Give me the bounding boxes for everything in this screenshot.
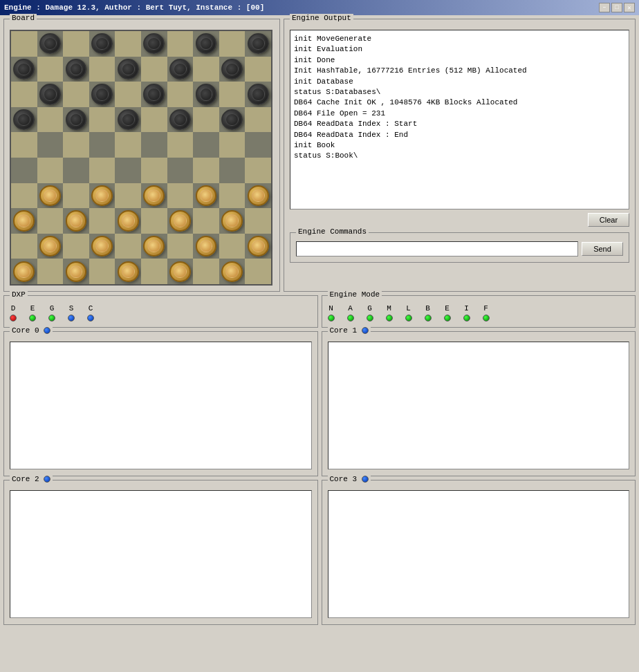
- board-cell-r1-c3[interactable]: [89, 57, 115, 82]
- board-cell-r9-c3[interactable]: [89, 259, 115, 284]
- board-cell-r3-c3[interactable]: [89, 107, 115, 133]
- board-cell-r7-c7[interactable]: [193, 208, 219, 234]
- board-cell-r1-c1[interactable]: [37, 57, 64, 82]
- send-button[interactable]: Send: [582, 242, 623, 256]
- board-cell-r5-c3[interactable]: [89, 158, 115, 183]
- board-cell-r3-c6[interactable]: [167, 107, 194, 133]
- board-cell-r0-c7[interactable]: [193, 31, 219, 57]
- board-cell-r4-c8[interactable]: [219, 132, 246, 158]
- board-cell-r1-c4[interactable]: [115, 57, 141, 82]
- board-cell-r4-c1[interactable]: [37, 132, 64, 158]
- board-cell-r5-c1[interactable]: [37, 158, 64, 183]
- board-cell-r0-c0[interactable]: [11, 31, 37, 57]
- board-cell-r3-c4[interactable]: [115, 107, 141, 133]
- board-cell-r2-c5[interactable]: [141, 82, 167, 107]
- board-cell-r7-c6[interactable]: [167, 208, 194, 234]
- board-cell-r1-c0[interactable]: [11, 57, 37, 82]
- board-cell-r6-c3[interactable]: [89, 183, 115, 209]
- board-cell-r4-c0[interactable]: [11, 132, 37, 158]
- board-cell-r5-c8[interactable]: [219, 158, 246, 183]
- board-cell-r7-c2[interactable]: [63, 208, 89, 234]
- board-cell-r0-c1[interactable]: [37, 31, 64, 57]
- board-cell-r5-c7[interactable]: [193, 158, 219, 183]
- board-cell-r4-c7[interactable]: [193, 132, 219, 158]
- board-cell-r3-c8[interactable]: [219, 107, 246, 133]
- board-cell-r6-c5[interactable]: [141, 183, 167, 209]
- board-cell-r1-c5[interactable]: [141, 57, 167, 82]
- board-cell-r3-c9[interactable]: [245, 107, 271, 133]
- board-cell-r6-c9[interactable]: [245, 183, 271, 209]
- board-cell-r2-c7[interactable]: [193, 82, 219, 107]
- board-cell-r3-c7[interactable]: [193, 107, 219, 133]
- board-cell-r6-c2[interactable]: [63, 183, 89, 209]
- board-cell-r8-c8[interactable]: [219, 234, 246, 259]
- command-input[interactable]: [296, 241, 578, 256]
- board-cell-r0-c6[interactable]: [167, 31, 194, 57]
- board-cell-r4-c2[interactable]: [63, 132, 89, 158]
- board-cell-r9-c6[interactable]: [167, 259, 194, 284]
- minimize-button[interactable]: –: [599, 3, 610, 12]
- board-cell-r2-c9[interactable]: [245, 82, 271, 107]
- board-cell-r2-c6[interactable]: [167, 82, 194, 107]
- board-cell-r2-c1[interactable]: [37, 82, 64, 107]
- board-cell-r8-c0[interactable]: [11, 234, 37, 259]
- board-cell-r8-c2[interactable]: [63, 234, 89, 259]
- board-cell-r6-c6[interactable]: [167, 183, 194, 209]
- board-cell-r9-c2[interactable]: [63, 259, 89, 284]
- board-cell-r5-c6[interactable]: [167, 158, 194, 183]
- maximize-button[interactable]: □: [611, 3, 622, 12]
- board-cell-r0-c4[interactable]: [115, 31, 141, 57]
- board-cell-r6-c4[interactable]: [115, 183, 141, 209]
- board-cell-r3-c0[interactable]: [11, 107, 37, 133]
- board-cell-r5-c5[interactable]: [141, 158, 167, 183]
- board-cell-r7-c5[interactable]: [141, 208, 167, 234]
- board-cell-r2-c8[interactable]: [219, 82, 246, 107]
- board-cell-r7-c1[interactable]: [37, 208, 64, 234]
- board-cell-r8-c9[interactable]: [245, 234, 271, 259]
- board-cell-r8-c6[interactable]: [167, 234, 194, 259]
- board-cell-r8-c4[interactable]: [115, 234, 141, 259]
- board-cell-r1-c2[interactable]: [63, 57, 89, 82]
- board-cell-r8-c1[interactable]: [37, 234, 64, 259]
- board-cell-r9-c4[interactable]: [115, 259, 141, 284]
- board-cell-r3-c1[interactable]: [37, 107, 64, 133]
- board-cell-r8-c5[interactable]: [141, 234, 167, 259]
- board-cell-r1-c8[interactable]: [219, 57, 246, 82]
- board-cell-r1-c7[interactable]: [193, 57, 219, 82]
- board-cell-r7-c8[interactable]: [219, 208, 246, 234]
- board-cell-r7-c3[interactable]: [89, 208, 115, 234]
- board-cell-r9-c7[interactable]: [193, 259, 219, 284]
- board-cell-r4-c6[interactable]: [167, 132, 194, 158]
- board-cell-r6-c1[interactable]: [37, 183, 64, 209]
- board-cell-r9-c1[interactable]: [37, 259, 64, 284]
- board-cell-r7-c4[interactable]: [115, 208, 141, 234]
- board-cell-r2-c4[interactable]: [115, 82, 141, 107]
- board-cell-r0-c2[interactable]: [63, 31, 89, 57]
- board-cell-r2-c0[interactable]: [11, 82, 37, 107]
- board-cell-r4-c9[interactable]: [245, 132, 271, 158]
- board-cell-r5-c9[interactable]: [245, 158, 271, 183]
- board-cell-r1-c9[interactable]: [245, 57, 271, 82]
- board-cell-r3-c5[interactable]: [141, 107, 167, 133]
- board-cell-r1-c6[interactable]: [167, 57, 194, 82]
- close-button[interactable]: ✕: [624, 3, 635, 12]
- board-cell-r9-c5[interactable]: [141, 259, 167, 284]
- board-cell-r2-c3[interactable]: [89, 82, 115, 107]
- board-cell-r8-c3[interactable]: [89, 234, 115, 259]
- board-cell-r8-c7[interactable]: [193, 234, 219, 259]
- board-cell-r5-c2[interactable]: [63, 158, 89, 183]
- board-cell-r6-c0[interactable]: [11, 183, 37, 209]
- board-cell-r6-c7[interactable]: [193, 183, 219, 209]
- board-cell-r0-c5[interactable]: [141, 31, 167, 57]
- board-cell-r7-c0[interactable]: [11, 208, 37, 234]
- board-cell-r9-c9[interactable]: [245, 259, 271, 284]
- board-cell-r0-c8[interactable]: [219, 31, 246, 57]
- board-cell-r9-c8[interactable]: [219, 259, 246, 284]
- board-cell-r9-c0[interactable]: [11, 259, 37, 284]
- board-cell-r0-c3[interactable]: [89, 31, 115, 57]
- board-cell-r0-c9[interactable]: [245, 31, 271, 57]
- board-cell-r4-c5[interactable]: [141, 132, 167, 158]
- clear-button[interactable]: Clear: [588, 213, 629, 227]
- board-cell-r6-c8[interactable]: [219, 183, 246, 209]
- board-cell-r4-c3[interactable]: [89, 132, 115, 158]
